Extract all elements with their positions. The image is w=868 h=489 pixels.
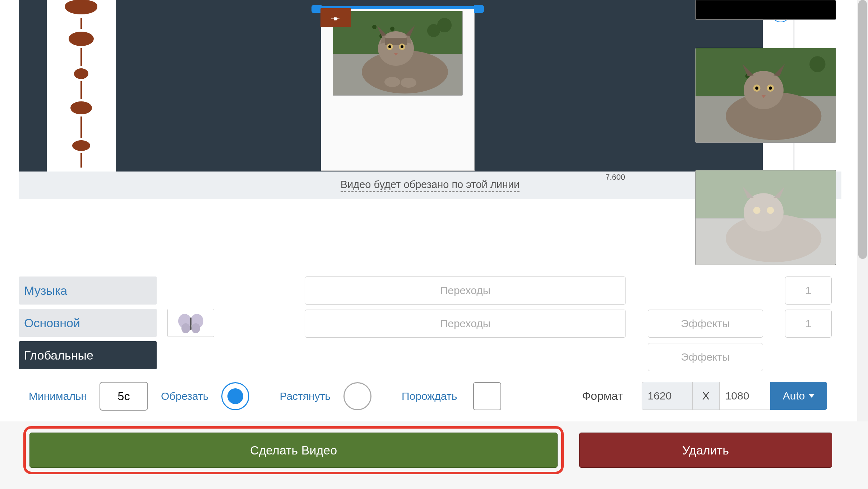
crop-label: Обрезать <box>161 390 208 402</box>
svg-point-33 <box>744 193 784 232</box>
auto-label: Auto <box>783 390 805 402</box>
min-duration-input[interactable] <box>100 382 148 411</box>
transitions-button-music[interactable]: Переходы <box>305 277 626 305</box>
thumbnail-item[interactable] <box>695 0 836 20</box>
thumbnail-item[interactable] <box>695 48 836 143</box>
butterfly-thumbnail[interactable] <box>167 309 214 337</box>
audio-track[interactable] <box>47 0 116 172</box>
svg-point-14 <box>384 77 400 87</box>
svg-point-38 <box>181 323 190 333</box>
format-label: Формат <box>582 389 623 403</box>
pin-icon[interactable] <box>320 8 351 27</box>
svg-point-35 <box>767 207 774 214</box>
min-duration-label: Минимальн <box>29 390 87 402</box>
thumbnail-panel <box>685 0 846 292</box>
format-auto-dropdown[interactable]: Auto <box>770 382 827 410</box>
generate-checkbox[interactable] <box>473 382 501 410</box>
cut-time-label: 7.600 <box>603 173 627 182</box>
svg-point-13 <box>401 45 403 48</box>
make-video-button[interactable]: Сделать Видео <box>29 433 558 468</box>
svg-point-3 <box>390 27 394 31</box>
cut-line-message: Видео будет обрезано по этой линии <box>341 179 520 192</box>
clip-body <box>321 9 475 171</box>
clip-handle-right[interactable] <box>474 5 484 13</box>
crop-radio[interactable] <box>221 382 249 410</box>
layer-main[interactable]: Основной <box>19 309 157 337</box>
caret-down-icon <box>809 394 814 398</box>
svg-point-25 <box>744 71 784 109</box>
svg-point-32 <box>726 214 821 262</box>
delete-button[interactable]: Удалить <box>579 433 832 468</box>
svg-point-11 <box>388 45 391 48</box>
stretch-label: Растянуть <box>280 390 331 402</box>
svg-point-29 <box>769 87 772 90</box>
layer-global[interactable]: Глобальные <box>19 341 157 369</box>
timeline-canvas[interactable]: 4 6 <box>19 0 794 172</box>
svg-point-39 <box>191 323 200 333</box>
count-main[interactable]: 1 <box>785 310 832 338</box>
svg-rect-31 <box>696 218 836 265</box>
clip-handle-left[interactable] <box>311 5 322 13</box>
duration-options-row: Минимальн Обрезать Растянуть Порождать <box>29 382 501 411</box>
waveform-icon <box>47 0 116 172</box>
format-row: Формат X Auto <box>582 382 827 410</box>
timeline-clip[interactable] <box>311 0 484 172</box>
svg-point-4 <box>372 25 377 29</box>
svg-point-23 <box>809 56 825 72</box>
svg-point-27 <box>755 87 758 90</box>
format-height-input[interactable] <box>719 382 770 410</box>
layers-panel: Музыка Основной Глобальные <box>19 277 214 374</box>
format-x-separator: X <box>693 382 719 410</box>
svg-point-15 <box>401 78 416 88</box>
svg-point-34 <box>753 207 761 214</box>
scrollbar-thumb[interactable] <box>858 0 867 259</box>
generate-label: Порождать <box>402 390 460 402</box>
scrollbar-track[interactable] <box>857 0 868 489</box>
layer-music[interactable]: Музыка <box>19 277 157 305</box>
effects-button-main[interactable]: Эффекты <box>648 310 763 338</box>
stretch-radio[interactable] <box>343 382 371 410</box>
clip-image-thumbnail <box>333 11 463 96</box>
transitions-button-main[interactable]: Переходы <box>305 310 626 338</box>
count-music[interactable]: 1 <box>785 277 832 305</box>
svg-rect-40 <box>190 317 191 330</box>
thumbnail-item-faded[interactable] <box>695 170 836 265</box>
effects-button-global[interactable]: Эффекты <box>648 343 763 371</box>
format-width-input[interactable] <box>642 382 693 410</box>
svg-point-6 <box>427 24 440 37</box>
svg-rect-30 <box>696 170 836 218</box>
